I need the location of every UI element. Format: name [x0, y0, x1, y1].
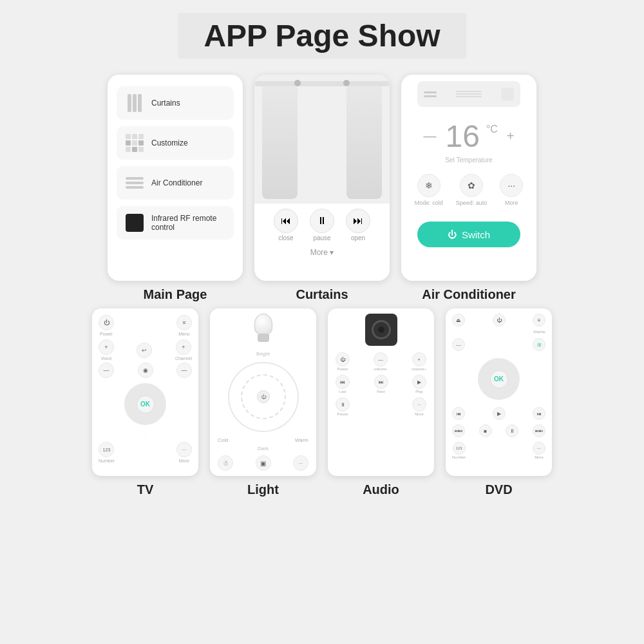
- audio-controls-mid: ⏮ Last ⏭ Next ▶ Play: [336, 375, 426, 393]
- dvd-vol-down-btn[interactable]: —: [452, 338, 465, 351]
- light-dial[interactable]: ⏻: [228, 362, 299, 432]
- dvd-power-group: ⏻: [493, 314, 506, 327]
- menu-item-customize[interactable]: Customize: [117, 126, 234, 160]
- dvd-rew-btn[interactable]: ⏮: [452, 407, 465, 420]
- tv-ch-up-btn[interactable]: +: [176, 339, 191, 355]
- temp-value: 16: [445, 118, 479, 154]
- menu-item-curtains[interactable]: Curtains: [117, 86, 234, 120]
- switch-label: Switch: [462, 229, 490, 240]
- mode-icon: ❄: [417, 174, 440, 197]
- audio-vol-down-label: volume-: [374, 367, 387, 371]
- light-panel-wrapper: Bright ⏻ Cold Warm Dark ☃ ▣ ··· Light: [210, 308, 316, 497]
- audio-more-btn[interactable]: ···: [412, 397, 426, 412]
- close-button[interactable]: ⏮: [274, 209, 298, 233]
- light-power-dot[interactable]: ⏻: [257, 390, 270, 403]
- audio-vol-up-btn[interactable]: +: [412, 352, 426, 366]
- tv-vol-down-btn[interactable]: —: [99, 363, 114, 378]
- tv-top-row: ⏻ Power ≡ Menu: [99, 315, 192, 336]
- tv-menu-btn[interactable]: ≡: [176, 315, 192, 330]
- audio-last-btn[interactable]: ⏮: [336, 375, 350, 389]
- light-schedule-btn[interactable]: ☃: [218, 455, 233, 471]
- tv-power-btn[interactable]: ⏻: [99, 315, 114, 330]
- dvd-vol-up-btn[interactable]: ⊞: [533, 338, 545, 351]
- ac-mode-btn[interactable]: ❄ Mode: cold: [415, 174, 443, 206]
- audio-next-label: Next: [377, 390, 384, 393]
- audio-label: Audio: [363, 482, 399, 497]
- curtain-controls: ⏮ close ⏸ pause ⏭ open: [274, 209, 370, 242]
- main-page-label: Main Page: [144, 287, 207, 302]
- audio-pause-label: Pause: [337, 412, 348, 416]
- tv-voice-group: + Voice: [99, 339, 114, 361]
- dvd-vol-up-group: ⊞: [533, 338, 545, 351]
- audio-play-label: Play: [415, 390, 423, 393]
- set-temp-label: Set Temperature: [445, 156, 493, 164]
- dvd-play-group: ▶: [493, 407, 506, 420]
- more-icon: ···: [500, 174, 523, 197]
- dvd-number-label: Number: [452, 455, 466, 459]
- audio-pause-btn[interactable]: ⏸: [336, 397, 350, 412]
- tv-dot-row: ·: [144, 431, 146, 437]
- pause-label: pause: [313, 234, 330, 242]
- tv-ch-down-btn[interactable]: —: [176, 363, 192, 378]
- audio-next-btn[interactable]: ⏭: [374, 375, 388, 389]
- temp-plus-button[interactable]: +: [504, 126, 517, 146]
- tv-back-btn[interactable]: ↩: [137, 343, 152, 358]
- menu-item-ir[interactable]: Infrared RF remote control: [117, 206, 234, 240]
- main-page-panel-wrapper: Curtains Customize: [108, 75, 243, 302]
- more-text[interactable]: More ▾: [310, 248, 334, 257]
- main-page-panel: Curtains Customize: [108, 75, 243, 281]
- curtains-label-bottom: Curtains: [296, 287, 348, 302]
- pause-button[interactable]: ⏸: [310, 209, 334, 233]
- audio-panel: ⏻ Power — volume- + volume+ ⏮ Last: [328, 308, 434, 476]
- dvd-play-btn[interactable]: ▶: [493, 407, 506, 420]
- dpad-ok-btn[interactable]: OK: [137, 395, 155, 413]
- dvd-menu-btn[interactable]: ≡: [533, 314, 545, 327]
- light-more-btn[interactable]: ···: [293, 455, 308, 471]
- dvd-play-row: ⏮ ▶ ⏭: [452, 407, 545, 420]
- open-group: ⏭ open: [346, 209, 370, 242]
- dvd-number-btn[interactable]: 123: [453, 442, 466, 455]
- ac-mode-controls: ❄ Mode: cold ✿ Speed: auto ··· More: [415, 174, 524, 206]
- temp-unit: °C: [486, 124, 498, 135]
- tv-more-label: More: [179, 459, 189, 463]
- tv-number-btn[interactable]: 123: [99, 442, 114, 457]
- curtains-icon: [124, 93, 145, 113]
- switch-button[interactable]: ⏻ Switch: [417, 222, 520, 247]
- audio-play-btn[interactable]: ▶: [412, 375, 426, 389]
- temp-minus-button[interactable]: —: [421, 126, 439, 146]
- ac-speed-btn[interactable]: ✿ Speed: auto: [456, 174, 488, 206]
- audio-vol-down-btn[interactable]: —: [374, 352, 388, 366]
- dvd-power-btn[interactable]: ⏻: [493, 314, 506, 327]
- tv-panel: ⏻ Power ≡ Menu + Voice ↩ + Channel: [92, 308, 198, 476]
- menu-item-ac[interactable]: Air Conditioner: [117, 166, 234, 200]
- audio-more-label: More: [415, 412, 424, 416]
- dvd-pause-btn[interactable]: ⏸: [506, 424, 518, 437]
- ac-unit-vents: [456, 91, 482, 97]
- dvd-ff-btn[interactable]: ⏭: [533, 407, 545, 420]
- dvd-eject-btn[interactable]: ⏏: [452, 314, 465, 327]
- dvd-more-btn[interactable]: ···: [533, 442, 545, 455]
- light-bulb: [251, 314, 276, 346]
- dvd-ok-btn[interactable]: OK: [490, 370, 508, 388]
- curtain-puller-left: [294, 80, 301, 86]
- light-scene-btn[interactable]: ▣: [256, 455, 271, 471]
- audio-power-btn[interactable]: ⏻: [336, 352, 350, 366]
- dvd-next-btn[interactable]: ⏭⏭: [533, 424, 545, 437]
- tv-more-btn[interactable]: ···: [176, 442, 192, 457]
- tv-voice-up-btn[interactable]: +: [99, 339, 114, 355]
- ac-more-btn[interactable]: ··· More: [500, 174, 523, 206]
- dvd-prev-btn[interactable]: ⏮⏮: [452, 424, 465, 437]
- dvd-next-group: ⏭⏭: [533, 424, 545, 437]
- dvd-rew-group: ⏮: [452, 407, 465, 420]
- warm-label: Warm: [295, 437, 308, 443]
- dvd-stop-btn[interactable]: ■: [479, 424, 492, 437]
- curtain-visual: [254, 75, 390, 204]
- tv-ch-label: Channel: [175, 356, 192, 361]
- curtain-left: [262, 86, 298, 199]
- tv-home-btn[interactable]: ◉: [138, 363, 153, 378]
- audio-power-btn-group: ⏻ Power: [336, 352, 350, 371]
- open-button[interactable]: ⏭: [346, 209, 370, 233]
- ac-icon: [124, 173, 145, 193]
- bulb-base: [258, 334, 269, 342]
- audio-panel-wrapper: ⏻ Power — volume- + volume+ ⏮ Last: [328, 308, 434, 497]
